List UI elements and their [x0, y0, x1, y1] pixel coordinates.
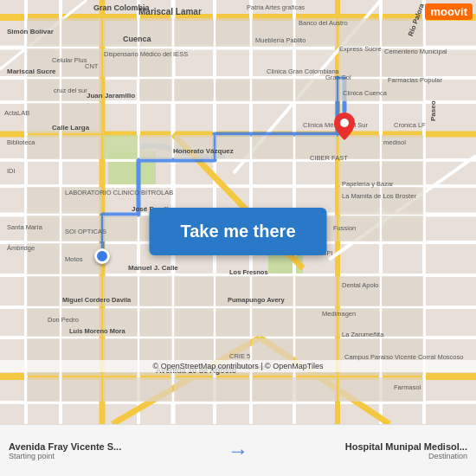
bottom-origin: Avenida Fray Vicente S... Starting point	[9, 441, 219, 460]
take-me-there-button[interactable]: Take me there	[149, 208, 326, 255]
svg-point-125	[340, 119, 349, 127]
map-attribution: © OpenStreetMap contributors | © OpenMap…	[0, 360, 476, 372]
origin-sublabel: Starting point	[9, 452, 55, 460]
destination-label: Hospital Munipal Medisol...	[345, 441, 467, 452]
moovit-logo: moovit	[425, 3, 473, 20]
start-marker	[94, 248, 110, 264]
end-marker	[334, 113, 355, 140]
destination-sublabel: Destination	[428, 452, 467, 460]
bottom-destination: Hospital Munipal Medisol... Destination	[257, 441, 467, 460]
bottom-bar: Avenida Fray Vicente S... Starting point…	[0, 424, 476, 476]
origin-label: Avenida Fray Vicente S...	[9, 441, 121, 452]
direction-arrow-icon: →	[228, 439, 248, 463]
map-container: Mariscal Lamar Gran Colombia Simón Bolív…	[0, 0, 476, 424]
